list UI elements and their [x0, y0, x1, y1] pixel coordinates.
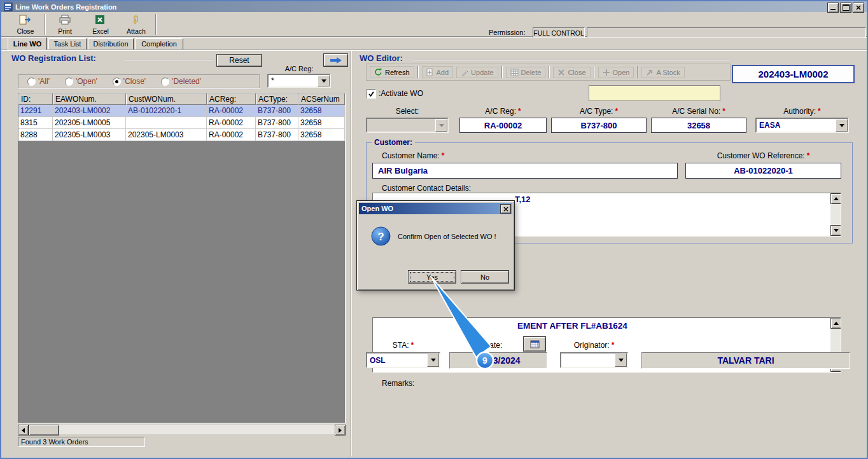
ac-reg-filter-dropdown[interactable]: * [267, 74, 331, 88]
customer-name-field[interactable]: AIR Bulgaria [372, 163, 678, 179]
customer-name-label: Customer Name:* [382, 151, 444, 160]
authority-label: Authority:* [755, 107, 849, 116]
exit-icon [19, 15, 32, 26]
update-button[interactable]: Update [456, 67, 498, 78]
add-button[interactable]: Add [422, 66, 454, 78]
column-header-acreg[interactable]: ACReg: [207, 93, 256, 105]
toolbar-excel-button[interactable]: Excel [84, 14, 117, 35]
panel-divider[interactable] [351, 51, 352, 456]
svg-text:?: ? [377, 231, 384, 243]
excel-icon [95, 15, 106, 26]
dropdown-arrow-icon[interactable] [435, 119, 447, 132]
dialog-title: Open WO [361, 205, 393, 212]
reset-button[interactable]: Reset [216, 54, 262, 67]
scroll-up-button[interactable] [830, 193, 841, 204]
question-icon: ? [371, 226, 391, 248]
delete-button[interactable]: Delete [506, 67, 546, 78]
status-bar: Found 3 Work Orders [18, 437, 145, 447]
dialog-close-button[interactable] [500, 204, 511, 214]
minimize-button[interactable] [827, 3, 839, 13]
scroll-right-button[interactable] [335, 425, 346, 435]
table-row[interactable]: 8288 202305-LM0003 202305-LM0003 RA-0000… [18, 129, 345, 141]
cell-id: 12291 [18, 105, 53, 117]
ac-reg-field: RA-00002 [459, 118, 547, 133]
dialog-yes-button[interactable]: Yes [408, 270, 456, 284]
dropdown-arrow-icon[interactable] [615, 353, 627, 367]
wo-number-display: 202403-LM0002 [732, 65, 855, 83]
dropdown-arrow-icon[interactable] [836, 119, 848, 132]
filter-radio-close[interactable]: 'Close' [113, 77, 146, 86]
tab-distribution[interactable]: Distribution [88, 38, 134, 50]
refresh-button[interactable]: Refresh [370, 66, 414, 78]
required-marker: * [612, 341, 615, 350]
add-icon [426, 68, 434, 76]
toolbar-attach-button[interactable]: Attach [120, 14, 153, 35]
ac-reg-filter-label: A/C Reg: [267, 65, 331, 72]
customer-ref-field[interactable]: AB-01022020-1 [685, 163, 841, 179]
title-bar: Line Work Orders Registration [1, 1, 867, 12]
scrollbar-thumb[interactable] [29, 425, 59, 435]
dropdown-arrow-icon[interactable] [318, 75, 330, 86]
dialog-no-button[interactable]: No [461, 270, 509, 284]
open-wo-button[interactable]: Open [598, 67, 634, 78]
maximize-button[interactable] [840, 3, 851, 13]
toolbar-close-button[interactable]: Close [9, 14, 42, 35]
activate-wo-checkbox[interactable] [367, 89, 376, 99]
scroll-down-button[interactable] [830, 225, 841, 236]
scroll-left-button[interactable] [18, 425, 29, 435]
cell-acreg: RA-00002 [207, 117, 256, 129]
cell-custwonum [126, 117, 207, 129]
select-dropdown[interactable] [366, 118, 449, 133]
table-row[interactable]: 8315 202305-LM0005 RA-00002 B737-800 326… [18, 117, 345, 129]
dialog-title-bar: Open WO [359, 203, 512, 214]
column-header-custwonum[interactable]: CustWONum. [126, 93, 207, 105]
column-header-id[interactable]: ID: [18, 93, 53, 105]
title-rule [414, 60, 730, 61]
filter-radio-all[interactable]: 'All' [27, 77, 50, 86]
originator-dropdown[interactable] [560, 352, 628, 368]
window-icon [4, 3, 13, 11]
cell-eawonum: 202403-LM0002 [53, 105, 126, 117]
customer-contact-label: Customer Contact Details: [382, 184, 471, 193]
tab-completion[interactable]: Completion [135, 38, 183, 50]
toolbar-print-button[interactable]: Print [48, 14, 81, 35]
refresh-icon [374, 68, 382, 76]
originator-value [561, 353, 615, 367]
column-header-acsernum[interactable]: ACSerNum [298, 93, 345, 105]
scroll-up-button[interactable] [830, 318, 841, 329]
originator-label: Originator:* [560, 341, 628, 350]
open-cross-icon [603, 69, 610, 76]
originator-name-field: TALVAR TARI [641, 352, 850, 369]
table-row[interactable]: 12291 202403-LM0002 AB-01022020-1 RA-000… [18, 105, 345, 117]
table-empty-area [18, 141, 345, 423]
cell-actype: B737-800 [256, 117, 298, 129]
close-icon [503, 207, 508, 212]
cell-acreg: RA-00002 [207, 105, 256, 117]
filter-radio-deleted[interactable]: 'Deleted' [161, 77, 201, 86]
dropdown-arrow-icon[interactable] [427, 353, 439, 367]
sta-label: STA:* [366, 341, 440, 350]
tab-line-wo[interactable]: Line WO [8, 37, 47, 50]
activate-wo-label: :Activate WO [379, 89, 423, 98]
tab-task-list[interactable]: Task List [48, 38, 87, 50]
filter-radio-open[interactable]: 'Open' [65, 77, 97, 86]
required-marker: * [818, 107, 821, 116]
scrollbar-track[interactable] [29, 425, 335, 434]
authority-value: EASA [757, 119, 836, 132]
toolbar-separator [594, 66, 595, 78]
editor-toolbar: Refresh Add Update Delete Close Open A S… [366, 64, 731, 81]
a-stock-button[interactable]: A Stock [641, 67, 684, 78]
close-window-button[interactable] [853, 3, 864, 13]
cell-actype: B737-800 [256, 105, 298, 117]
required-marker: * [807, 151, 810, 160]
cell-custwonum: 202305-LM0003 [126, 129, 207, 141]
calendar-button[interactable] [523, 336, 546, 352]
title-rule [125, 60, 214, 61]
sta-dropdown[interactable]: OSL [366, 352, 440, 368]
column-header-eawonum[interactable]: EAWONum. [53, 93, 126, 105]
close-wo-button[interactable]: Close [553, 67, 590, 78]
column-header-actype[interactable]: ACType: [256, 93, 298, 105]
wo-date-field: 11/03/2024 [449, 352, 547, 369]
highlight-input-field[interactable] [589, 85, 720, 101]
authority-dropdown[interactable]: EASA [755, 118, 849, 133]
